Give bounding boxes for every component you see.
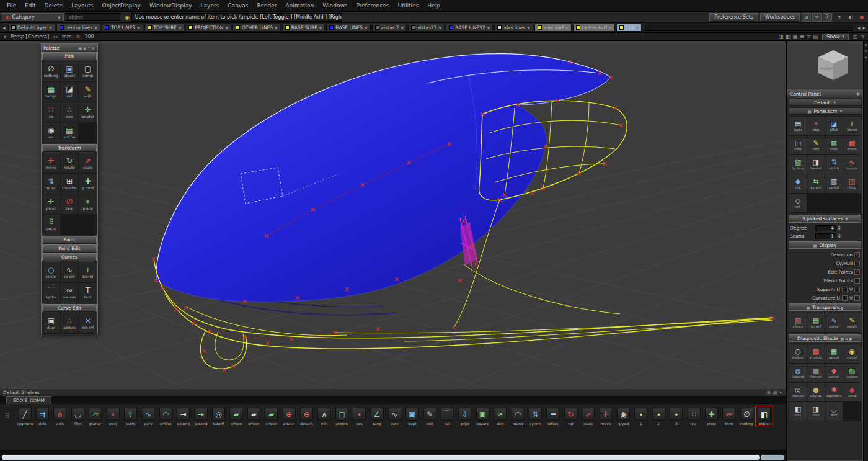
- shelf-tool[interactable]: ∿ curv: [386, 406, 403, 426]
- close-icon[interactable]: ✕: [856, 92, 860, 97]
- control-panel-tool[interactable]: ∿ crvcvtr: [843, 155, 861, 174]
- shelf-tool[interactable]: ∧ min: [316, 406, 333, 426]
- palette-tool[interactable]: ▣ object: [61, 61, 79, 81]
- diagnostic-shade-tool[interactable]: ◆ vred: [843, 383, 861, 401]
- layer-color-swatch[interactable]: [11, 25, 16, 30]
- layer-chip[interactable]: L14 ▼: [616, 24, 642, 32]
- diagnostic-shade-tool[interactable]: ◨ vis2: [807, 402, 825, 421]
- shelf-tool[interactable]: ⋔ anls: [51, 406, 69, 426]
- palette-tool[interactable]: ◉ vis: [42, 123, 60, 143]
- palette-tool[interactable]: ◪ ref: [61, 82, 79, 102]
- diagnostic-shade-tool[interactable]: ● clay ao: [807, 383, 825, 401]
- menu-item[interactable]: Help: [423, 2, 445, 9]
- shelf-tool[interactable]: ⇉ slide: [33, 406, 51, 426]
- control-panel-tool[interactable]: ▢ new: [789, 136, 807, 154]
- shelf-tool[interactable]: ⊖ detach: [298, 406, 315, 426]
- palette-tool[interactable]: ▤ srfchn: [61, 123, 79, 143]
- layer-chip[interactable]: alas lines ▼: [494, 24, 533, 32]
- transparency-section-header[interactable]: ▤ Transparency: [789, 303, 861, 311]
- control-panel-titlebar[interactable]: Control Panel ✕: [787, 90, 862, 98]
- stepper-arrows[interactable]: ▲▼: [838, 225, 840, 231]
- shelf-tool[interactable]: ◠ round: [509, 406, 526, 426]
- layer-color-swatch[interactable]: [538, 25, 542, 30]
- diagnostic-header-icon[interactable]: ▶: [849, 336, 852, 341]
- option-extra-checkbox[interactable]: [854, 295, 860, 301]
- layerbar-scroll-icon[interactable]: ◀: [856, 25, 862, 30]
- diagnostic-shade-tool[interactable]: ▩ mulcol: [807, 344, 825, 363]
- control-panel-tool[interactable]: ▦ usrol: [825, 136, 843, 154]
- menu-item[interactable]: Layouts: [67, 2, 97, 9]
- palette-section-transform[interactable]: Transform: [42, 144, 97, 152]
- menu-item[interactable]: Windows: [318, 2, 352, 9]
- palette-tool[interactable]: ⇅ np scl: [42, 174, 60, 194]
- display-section-header[interactable]: ▤ Display: [789, 241, 861, 249]
- diagnostic-shade-tool[interactable]: ▦ rancol: [825, 344, 843, 363]
- shelf-tool[interactable]: ∅ nothng: [738, 406, 755, 426]
- menu-item[interactable]: WindowDisplay: [145, 2, 197, 9]
- layer-chip[interactable]: BASE SURF ▼: [282, 24, 326, 32]
- menu-item[interactable]: File: [2, 2, 20, 9]
- shelf-tool[interactable]: ◡ fillet: [69, 406, 86, 426]
- scroll-down-icon[interactable]: ▼: [865, 56, 867, 60]
- palette-tool[interactable]: ↻ rotate: [61, 153, 79, 173]
- menu-item[interactable]: Render: [252, 2, 281, 9]
- viewport-toolbar-icon[interactable]: ◨: [777, 34, 785, 40]
- shelf-tool[interactable]: ≋ skin: [492, 406, 509, 426]
- diagnostic-shade-tool[interactable]: ✱ sophotes: [825, 383, 843, 401]
- menu-item[interactable]: Animation: [281, 2, 318, 9]
- menubar-right-icon[interactable]: ▾: [835, 14, 844, 20]
- menu-item[interactable]: Edit: [20, 2, 40, 9]
- object-name-field[interactable]: object: [66, 13, 120, 21]
- transparency-tool[interactable]: ✎ ssedit: [843, 313, 861, 332]
- workspaces-button[interactable]: Workspaces: [760, 13, 800, 22]
- palette-tool[interactable]: ⊞ transfm: [61, 174, 79, 194]
- palette-tool[interactable]: ∅ nothing: [42, 61, 60, 81]
- shelf-tool[interactable]: ◉ qryed: [614, 406, 632, 426]
- viewport-toolbar-icon[interactable]: ▤: [812, 34, 820, 40]
- control-panel-tool[interactable]: ⌖ objs: [807, 117, 825, 135]
- control-panel-tool[interactable]: ⇆ symm: [807, 174, 825, 193]
- control-panel-tool[interactable]: ▨ tg img: [789, 155, 807, 174]
- control-panel-tool[interactable]: ▩ shdrs: [843, 136, 861, 154]
- stepper-arrows[interactable]: ▲▼: [838, 233, 840, 239]
- option-checkbox[interactable]: ✓: [854, 252, 860, 257]
- palette-tool[interactable]: ▦ templ: [42, 82, 60, 102]
- viewport-toolbar-icon[interactable]: ✱: [799, 34, 805, 40]
- shelf-tool[interactable]: ⇧ estrd: [122, 406, 139, 426]
- viewport-toolbar-icon[interactable]: ▦: [792, 34, 799, 40]
- viewport-corner-icon[interactable]: ◫: [852, 34, 859, 40]
- bottom-scrollbar[interactable]: [0, 454, 786, 461]
- shelf-tool[interactable]: ▢ untrim: [333, 406, 350, 426]
- palette-window-icon[interactable]: ⌃: [87, 46, 91, 50]
- control-panel-tool[interactable]: ⇅ strtch: [825, 155, 843, 174]
- menu-item[interactable]: Delete: [40, 2, 68, 9]
- palette-tool[interactable]: ✛ pivot: [42, 194, 60, 214]
- shelf-tool[interactable]: ⇥ extend: [175, 406, 192, 426]
- shelf-tool[interactable]: ✚ pivot: [702, 406, 720, 426]
- menubar-right-icon[interactable]: ◧: [846, 14, 855, 20]
- shelf-tool[interactable]: ✎ edit: [421, 406, 438, 426]
- layerbar-scroll-track[interactable]: [645, 25, 853, 31]
- shelf-tool[interactable]: ◧ object: [755, 406, 773, 426]
- diagnostic-shade-tool[interactable]: ◆ surevl: [825, 364, 843, 382]
- transparency-tool[interactable]: ▤ scnsrf: [807, 313, 825, 332]
- layer-chip[interactable]: TOP SURF ▼: [144, 24, 185, 32]
- control-panel-tool[interactable]: ▤ layrs: [789, 117, 807, 135]
- palette-tool[interactable]: ⠿ array: [42, 215, 60, 235]
- palette-tool[interactable]: ∅ zero: [61, 194, 79, 214]
- palette-tool[interactable]: ○ circle: [42, 262, 60, 282]
- layer-chip[interactable]: vistas 2 ▼: [372, 24, 407, 32]
- option-checkbox[interactable]: [842, 287, 848, 292]
- palette-window-icon[interactable]: ▤: [78, 46, 82, 50]
- layer-color-swatch[interactable]: [497, 25, 502, 30]
- palette-tool[interactable]: ∿ cv crv: [61, 262, 79, 282]
- viewport-toolbar-icon[interactable]: ⊞: [805, 34, 812, 40]
- parameter-value-field[interactable]: 4: [815, 225, 836, 231]
- layer-color-swatch[interactable]: [576, 25, 580, 30]
- shelf-header-icon[interactable]: ▾: [778, 390, 783, 395]
- layer-color-swatch[interactable]: [375, 25, 379, 30]
- layer-chip[interactable]: alas surf ▼: [534, 24, 572, 32]
- palette-tool[interactable]: ∴ addpts: [61, 313, 79, 333]
- palette-tool[interactable]: ✛ locator: [79, 102, 97, 122]
- layer-color-swatch[interactable]: [105, 25, 109, 30]
